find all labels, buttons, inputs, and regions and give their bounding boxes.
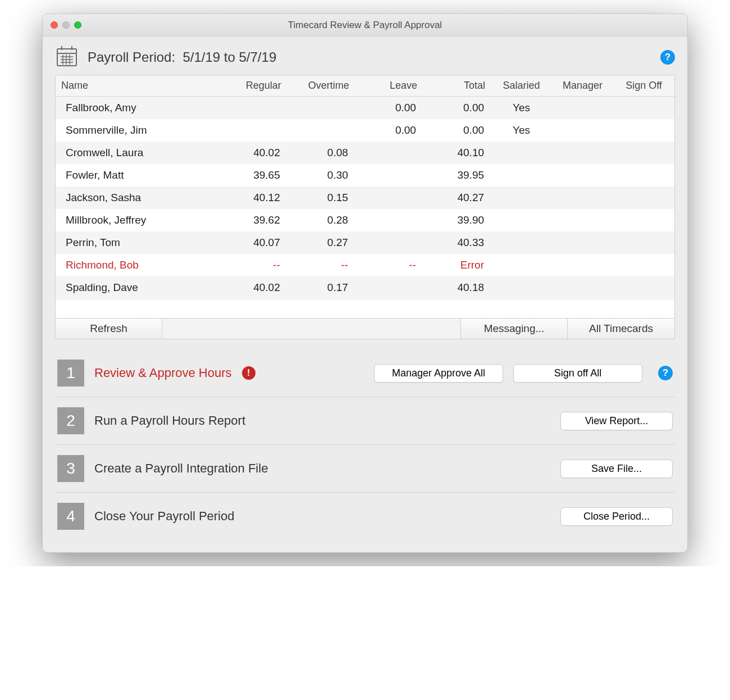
table-toolbar: Refresh Messaging... All Timecards (56, 318, 674, 339)
table-cell (613, 187, 674, 209)
help-icon[interactable]: ? (658, 366, 673, 380)
view-report-button[interactable]: View Report... (560, 412, 673, 430)
close-icon[interactable] (51, 21, 58, 29)
table-cell (613, 97, 674, 120)
sign-off-all-button[interactable]: Sign off All (513, 364, 642, 383)
table-blank-row (56, 299, 674, 318)
table-cell: Yes (491, 97, 552, 120)
step-number: 4 (57, 503, 84, 530)
table-cell (613, 231, 674, 254)
col-leave[interactable]: Leave (355, 75, 423, 97)
messaging-button[interactable]: Messaging... (461, 319, 568, 339)
table-cell: 0.00 (423, 119, 491, 142)
titlebar: Timecard Review & Payroll Approval (43, 14, 687, 37)
table-cell: 0.17 (287, 276, 355, 299)
table-cell (552, 231, 613, 254)
table-cell: Cromwell, Laura (56, 142, 219, 164)
steps-list: 1Review & Approve Hours!Manager Approve … (55, 349, 675, 540)
table-cell: Yes (491, 119, 552, 142)
app-window: Timecard Review & Payroll Approval (42, 13, 688, 553)
table-cell: -- (287, 254, 355, 276)
table-cell: 0.30 (287, 164, 355, 187)
table-cell (491, 276, 552, 299)
table-cell (355, 187, 423, 209)
table-cell: Millbrook, Jeffrey (56, 209, 219, 231)
col-salaried[interactable]: Salaried (491, 75, 552, 97)
table-cell: 39.65 (219, 164, 287, 187)
table-row[interactable]: Perrin, Tom40.070.2740.33 (56, 231, 674, 254)
step-label: Run a Payroll Hours Report (94, 413, 245, 428)
calendar-icon (55, 44, 79, 70)
table-row[interactable]: Richmond, Bob------Error (56, 254, 674, 276)
col-signoff[interactable]: Sign Off (613, 75, 674, 97)
help-icon[interactable]: ? (660, 50, 675, 65)
window-title: Timecard Review & Payroll Approval (43, 20, 687, 31)
step-row: 4Close Your Payroll PeriodClose Period..… (55, 493, 675, 540)
table-cell (613, 209, 674, 231)
col-regular[interactable]: Regular (219, 75, 287, 97)
table-cell (491, 187, 552, 209)
table-cell: Sommerville, Jim (56, 119, 219, 142)
table-row[interactable]: Jackson, Sasha40.120.1540.27 (56, 187, 674, 209)
zoom-icon[interactable] (74, 21, 81, 29)
table-cell: 0.00 (423, 97, 491, 120)
table-cell (355, 142, 423, 164)
table-cell: -- (355, 254, 423, 276)
table-cell: -- (219, 254, 287, 276)
col-total[interactable]: Total (423, 75, 491, 97)
table-cell: 40.02 (219, 276, 287, 299)
refresh-button[interactable]: Refresh (56, 319, 162, 339)
table-cell: 0.00 (355, 119, 423, 142)
table-cell (355, 209, 423, 231)
table-cell: 39.62 (219, 209, 287, 231)
minimize-icon[interactable] (62, 21, 70, 29)
table-cell: Jackson, Sasha (56, 187, 219, 209)
close-period-button[interactable]: Close Period... (560, 507, 673, 526)
table-cell: Perrin, Tom (56, 231, 219, 254)
all-timecards-button[interactable]: All Timecards (568, 319, 674, 339)
table-cell: 0.28 (287, 209, 355, 231)
table-cell: 40.10 (423, 142, 491, 164)
table-row[interactable]: Fallbrook, Amy0.000.00Yes (56, 97, 674, 120)
table-cell: 39.90 (423, 209, 491, 231)
col-manager[interactable]: Manager (552, 75, 613, 97)
manager-approve-all-button[interactable]: Manager Approve All (374, 364, 503, 383)
table-cell (613, 142, 674, 164)
table-row[interactable]: Cromwell, Laura40.020.0840.10 (56, 142, 674, 164)
table-cell: 40.33 (423, 231, 491, 254)
table-cell: 0.00 (355, 97, 423, 120)
table-cell (219, 97, 287, 120)
table-cell (552, 276, 613, 299)
table-cell (355, 231, 423, 254)
table-cell: 40.18 (423, 276, 491, 299)
table-cell (552, 209, 613, 231)
table-cell (613, 119, 674, 142)
table-cell: 40.27 (423, 187, 491, 209)
table-cell (491, 142, 552, 164)
step-number: 3 (57, 455, 84, 482)
col-overtime[interactable]: Overtime (287, 75, 355, 97)
timecard-table: Name Regular Overtime Leave Total Salari… (55, 75, 675, 339)
table-row[interactable]: Millbrook, Jeffrey39.620.2839.90 (56, 209, 674, 231)
step-number: 1 (57, 360, 84, 387)
svg-rect-0 (57, 49, 76, 66)
table-cell (552, 97, 613, 120)
table-cell: Error (423, 254, 491, 276)
table-cell: 0.27 (287, 231, 355, 254)
col-name[interactable]: Name (56, 75, 219, 97)
table-row[interactable]: Spalding, Dave40.020.1740.18 (56, 276, 674, 299)
table-cell: 39.95 (423, 164, 491, 187)
payroll-period-label: Payroll Period: 5/1/19 to 5/7/19 (88, 49, 276, 65)
step-row: 3Create a Payroll Integration FileSave F… (55, 445, 675, 493)
table-row[interactable]: Sommerville, Jim0.000.00Yes (56, 119, 674, 142)
save-file-button[interactable]: Save File... (560, 460, 673, 478)
table-cell: Fallbrook, Amy (56, 97, 219, 120)
table-row[interactable]: Fowler, Matt39.650.3039.95 (56, 164, 674, 187)
table-cell: 40.12 (219, 187, 287, 209)
table-cell (552, 142, 613, 164)
table-cell: Spalding, Dave (56, 276, 219, 299)
table-cell (287, 119, 355, 142)
window-controls (51, 21, 81, 29)
table-cell (552, 119, 613, 142)
step-row: 2Run a Payroll Hours ReportView Report..… (55, 397, 675, 445)
